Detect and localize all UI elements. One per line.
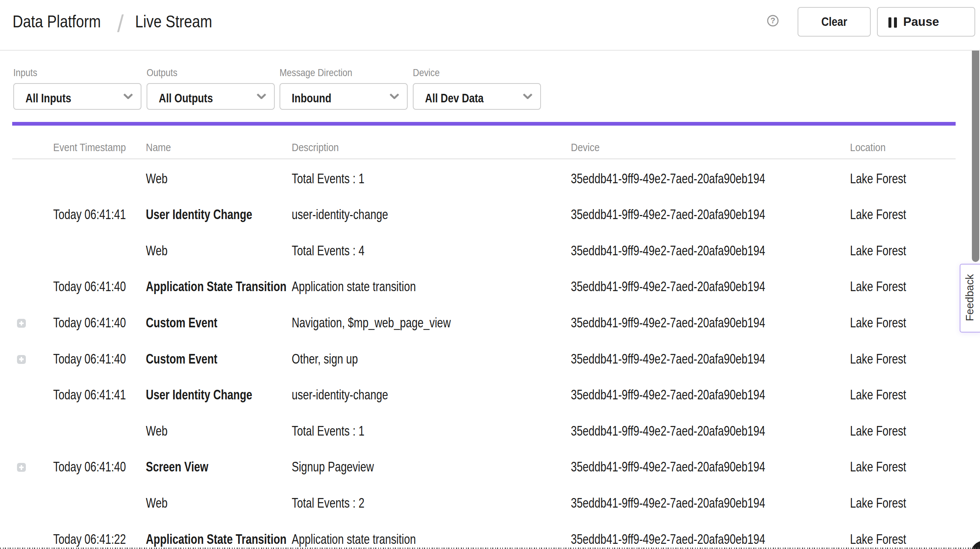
- svg-text:?: ?: [770, 16, 775, 25]
